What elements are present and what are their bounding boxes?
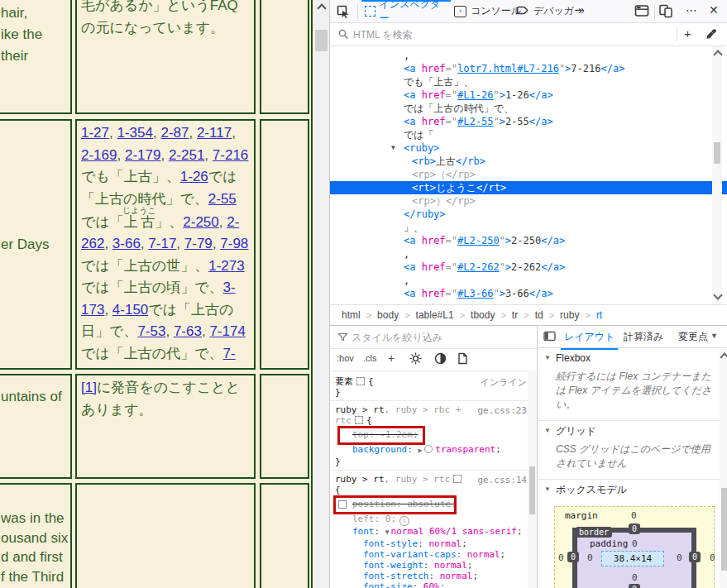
property-expander-icon[interactable]: ▼ bbox=[385, 528, 391, 536]
markup-search-bar[interactable]: HTML を検索 + bbox=[330, 23, 727, 46]
markup-scrollbar-thumb[interactable] bbox=[714, 142, 720, 164]
content-box[interactable]: 38.4×14 bbox=[601, 551, 664, 566]
markup-line[interactable]: ▼<ruby> bbox=[330, 141, 727, 155]
page-link[interactable]: 1-27 bbox=[81, 125, 109, 141]
rule-selector[interactable]: ruby > rt, ruby > rbc +ge.css:23 bbox=[330, 404, 537, 415]
page-link[interactable]: 3-66 bbox=[112, 236, 141, 251]
padding-top-value[interactable]: 0 bbox=[632, 538, 638, 549]
page-link[interactable]: 7-216 bbox=[213, 147, 248, 163]
chevron-down-icon[interactable]: ▼ bbox=[710, 332, 718, 340]
markup-line[interactable]: , bbox=[330, 274, 727, 287]
scroll-up-icon[interactable] bbox=[720, 352, 727, 361]
breadcrumb-item[interactable]: html bbox=[340, 309, 362, 321]
border-left-value[interactable]: 0 bbox=[567, 552, 579, 562]
scroll-down-icon[interactable] bbox=[713, 290, 722, 299]
border-right-value[interactable]: 0 bbox=[689, 552, 701, 562]
rules-scrollbar-thumb[interactable] bbox=[529, 466, 535, 514]
page-link[interactable]: 1-354 bbox=[117, 125, 152, 141]
add-node-button[interactable]: + bbox=[684, 26, 691, 41]
markup-line[interactable]: <a href="#L2-262">2-262</a> bbox=[330, 261, 727, 274]
page-link[interactable]: 7-53 bbox=[137, 323, 165, 339]
margin-left-value[interactable]: 0 bbox=[558, 552, 564, 563]
expand-twisty-icon[interactable]: ▼ bbox=[391, 141, 395, 155]
rule-selector[interactable]: ruby > rt, ruby > rtcge.css:14 bbox=[330, 474, 537, 485]
markup-line[interactable]: では「 bbox=[330, 128, 727, 141]
pseudo-class-button[interactable]: :hov bbox=[337, 353, 354, 363]
page-link[interactable]: 2-55 bbox=[208, 191, 237, 207]
border-bottom-value[interactable]: 0 bbox=[629, 584, 640, 588]
page-link[interactable]: 1-26 bbox=[180, 169, 208, 184]
page-link[interactable]: [1] bbox=[81, 380, 97, 395]
grid-section-header[interactable]: ▼ グリッド bbox=[538, 421, 727, 441]
css-subproperty[interactable]: font-stretch: normal; bbox=[330, 571, 537, 581]
dark-scheme-icon[interactable] bbox=[434, 352, 447, 366]
margin-right-value[interactable]: 0 bbox=[710, 552, 715, 563]
class-toggle-button[interactable]: .cls bbox=[363, 353, 377, 363]
page-link[interactable]: 2-251 bbox=[169, 147, 204, 163]
selector-highlight-icon[interactable] bbox=[453, 475, 462, 483]
style-filter-bar[interactable]: スタイルを絞り込み bbox=[330, 326, 537, 349]
css-subproperty[interactable]: font-variant-caps: normal; bbox=[330, 549, 537, 560]
padding-bottom-value[interactable]: 0 bbox=[632, 572, 638, 583]
page-link[interactable]: 1-273 bbox=[208, 258, 244, 274]
page-link[interactable]: 7-98 bbox=[220, 236, 248, 251]
markup-line[interactable]: <a href="lotr7.html#L7-216">7-216</a> bbox=[330, 62, 727, 75]
markup-line[interactable]: 」、 bbox=[330, 221, 727, 234]
page-link[interactable]: 2-169 bbox=[81, 147, 117, 163]
rule-source-link[interactable]: インライン bbox=[481, 377, 527, 388]
breadcrumb-item[interactable]: table#L1 bbox=[414, 309, 456, 321]
markup-line[interactable]: <rp>（</rp> bbox=[330, 168, 727, 181]
markup-line[interactable]: では「上古の時代」で、 bbox=[330, 102, 727, 115]
css-property[interactable]: background: ▶transparent; bbox=[330, 444, 537, 457]
markup-line[interactable]: <rp>）</rp> bbox=[330, 194, 727, 208]
rule-source-link[interactable]: ge.css:14 bbox=[477, 475, 527, 485]
tab-layout[interactable]: レイアウト bbox=[564, 330, 615, 344]
markup-line[interactable]: , bbox=[330, 49, 727, 62]
markup-scrollbar[interactable] bbox=[712, 46, 722, 304]
pick-element-button[interactable] bbox=[337, 5, 350, 21]
print-media-icon[interactable] bbox=[457, 352, 468, 366]
separate-window-button[interactable] bbox=[658, 4, 673, 21]
close-devtools-button[interactable]: ✕ bbox=[709, 3, 719, 17]
tab-changes[interactable]: 変更点 bbox=[678, 330, 708, 344]
page-link[interactable]: 7-17 bbox=[148, 236, 176, 251]
scroll-up-icon[interactable] bbox=[713, 50, 722, 59]
markup-line[interactable]: , bbox=[330, 247, 727, 261]
page-link[interactable]: 4-150 bbox=[112, 302, 148, 318]
css-subproperty[interactable]: font-style: normal; bbox=[330, 538, 537, 549]
rule-selector[interactable]: 要素{インライン bbox=[330, 376, 537, 387]
tab-inspector[interactable]: インスペクター bbox=[361, 0, 451, 22]
markup-line[interactable]: <a href="#L2-250">2-250</a> bbox=[330, 234, 727, 247]
markup-line[interactable]: <a href="#L3-66">3-66</a> bbox=[330, 287, 727, 300]
markup-line[interactable]: </ruby> bbox=[330, 208, 727, 221]
markup-line[interactable]: <a href="#L1-26">1-26</a> bbox=[330, 88, 727, 102]
layout-scrollbar-thumb[interactable] bbox=[721, 488, 727, 571]
breadcrumb-item[interactable]: tr bbox=[510, 309, 519, 321]
page-link[interactable]: 2-117 bbox=[197, 125, 232, 141]
css-subproperty[interactable]: font-weight: normal; bbox=[330, 560, 537, 571]
color-swatch[interactable] bbox=[424, 445, 433, 453]
page-scrollbar[interactable] bbox=[313, 0, 329, 588]
padding-right-value[interactable]: 0 bbox=[677, 552, 682, 563]
page-link[interactable]: 2-87 bbox=[160, 125, 189, 141]
css-property[interactable]: top: -1.2em; bbox=[330, 429, 537, 441]
markup-line[interactable]: <a href="#L2-55">2-55</a> bbox=[330, 115, 727, 128]
selector-highlight-icon[interactable] bbox=[356, 377, 365, 385]
boxmodel-section-header[interactable]: ▼ ボックスモデル bbox=[538, 480, 727, 500]
rules-scrollbar[interactable] bbox=[528, 370, 537, 588]
eyedropper-icon[interactable] bbox=[705, 28, 717, 42]
css-property[interactable]: font: ▼normal 60%/1 sans-serif; bbox=[330, 526, 537, 538]
border-top-value[interactable]: 0 bbox=[629, 523, 640, 534]
property-enable-checkbox[interactable] bbox=[338, 500, 347, 509]
rule-source-link[interactable]: ge.css:23 bbox=[477, 405, 527, 416]
markup-line-selected[interactable]: <rt>じようこ</rt> bbox=[330, 181, 727, 194]
more-tabs-button[interactable]: » bbox=[578, 3, 585, 17]
rule-selector[interactable]: rtc{ bbox=[330, 415, 537, 426]
meatball-menu-button[interactable]: ⋯ bbox=[686, 3, 698, 17]
breadcrumb-item[interactable]: rt bbox=[595, 309, 604, 321]
add-rule-button[interactable]: + bbox=[388, 351, 395, 365]
breadcrumb-item[interactable]: tbody bbox=[469, 309, 496, 321]
scroll-up-icon[interactable] bbox=[317, 3, 326, 12]
page-scrollbar-thumb[interactable] bbox=[315, 30, 328, 51]
breadcrumb-item[interactable]: td bbox=[533, 309, 545, 321]
